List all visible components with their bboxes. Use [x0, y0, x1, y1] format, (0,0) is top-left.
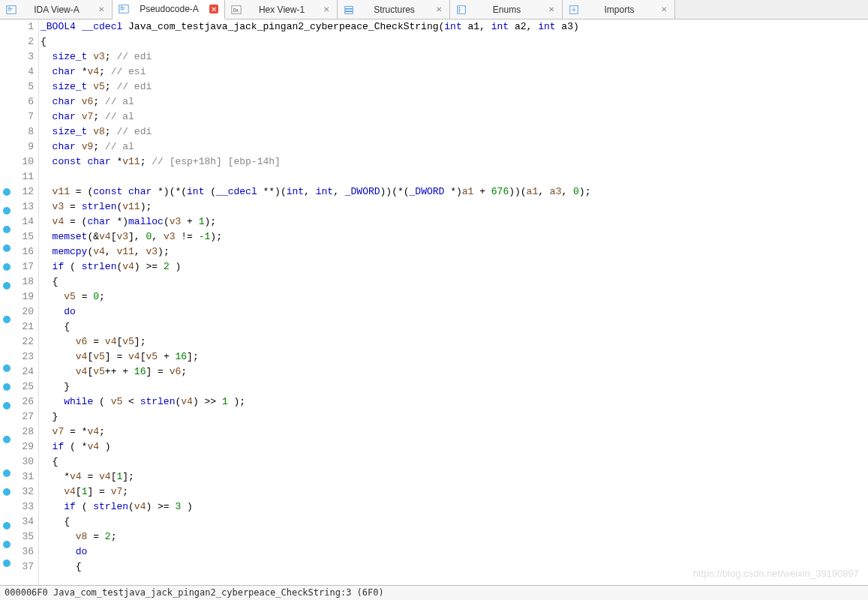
breakpoint-slot[interactable] [0, 207, 14, 222]
breakpoint-slot[interactable] [0, 20, 14, 34]
breakpoint-dot-icon[interactable] [3, 364, 11, 372]
close-icon[interactable]: ✕ [97, 5, 106, 14]
code-line[interactable]: { [41, 34, 868, 50]
tab-enums[interactable]: Enums✕ [450, 0, 563, 19]
close-icon[interactable]: ✕ [547, 5, 556, 14]
breakpoint-slot[interactable] [0, 188, 14, 203]
breakpoint-slot[interactable] [0, 488, 14, 503]
breakpoint-slot[interactable] [0, 436, 14, 451]
breakpoint-slot[interactable] [0, 522, 14, 537]
code-line[interactable]: v5 = 0; [41, 290, 868, 304]
breakpoint-dot-icon[interactable] [3, 522, 11, 530]
code-line[interactable]: v7 = *v4; [41, 424, 868, 440]
breakpoint-dot-icon[interactable] [3, 316, 11, 323]
code-line[interactable] [41, 170, 868, 184]
code-editor[interactable]: 1234567891011121314151617181920212223242… [0, 20, 868, 585]
breakpoint-slot[interactable] [0, 402, 14, 417]
code-line[interactable]: size_t v8; // edi [41, 124, 868, 140]
breakpoint-dot-icon[interactable] [3, 188, 11, 196]
breakpoint-slot[interactable] [0, 282, 14, 297]
breakpoint-dot-icon[interactable] [3, 541, 11, 548]
code-line[interactable]: size_t v3; // edi [41, 50, 868, 64]
code-line[interactable]: memcpy(v4, v11, v3); [41, 244, 868, 260]
code-line[interactable]: v3 = strlen(v11); [41, 200, 868, 214]
breakpoint-dot-icon[interactable] [3, 402, 11, 410]
breakpoint-slot[interactable] [0, 541, 14, 556]
code-line[interactable]: v11 = (const char *)(*(int (__cdecl **)(… [41, 184, 868, 200]
breakpoint-slot[interactable] [0, 331, 14, 346]
breakpoint-dot-icon[interactable] [3, 560, 11, 567]
breakpoint-slot[interactable] [0, 124, 14, 140]
code-line[interactable]: _BOOL4 __cdecl Java_com_testjava_jack_pi… [41, 20, 868, 34]
breakpoint-slot[interactable] [0, 140, 14, 154]
breakpoint-slot[interactable] [0, 574, 14, 585]
close-icon[interactable]: ✕ [659, 5, 668, 14]
code-line[interactable]: v8 = 2; [41, 530, 868, 544]
code-line[interactable]: if ( strlen(v4) >= 2 ) [41, 260, 868, 274]
code-line[interactable]: do [41, 304, 868, 320]
code-line[interactable]: { [41, 320, 868, 334]
breakpoint-dot-icon[interactable] [3, 488, 11, 496]
code-line[interactable]: *v4 = v4[1]; [41, 470, 868, 484]
breakpoint-column[interactable] [0, 20, 14, 585]
code-line[interactable]: char v9; // al [41, 140, 868, 154]
breakpoint-slot[interactable] [0, 110, 14, 124]
breakpoint-slot[interactable] [0, 154, 14, 170]
breakpoint-slot[interactable] [0, 346, 14, 361]
code-line[interactable]: { [41, 274, 868, 290]
code-line[interactable]: { [41, 514, 868, 530]
breakpoint-dot-icon[interactable] [3, 226, 11, 233]
code-line[interactable]: { [41, 454, 868, 470]
code-line[interactable]: v4[1] = v7; [41, 484, 868, 500]
code-line[interactable]: size_t v5; // edi [41, 80, 868, 94]
code-line[interactable]: do [41, 544, 868, 560]
breakpoint-dot-icon[interactable] [3, 244, 11, 252]
code-line[interactable]: char *v4; // esi [41, 64, 868, 80]
breakpoint-slot[interactable] [0, 94, 14, 110]
breakpoint-slot[interactable] [0, 244, 14, 260]
breakpoint-dot-icon[interactable] [3, 383, 11, 391]
code-line[interactable]: if ( strlen(v4) >= 3 ) [41, 500, 868, 514]
breakpoint-slot[interactable] [0, 383, 14, 398]
code-area[interactable]: _BOOL4 __cdecl Java_com_testjava_jack_pi… [39, 20, 868, 585]
code-line[interactable]: } [41, 380, 868, 394]
code-line[interactable]: { [41, 560, 868, 574]
code-line[interactable]: v4[v5++ + 16] = v6; [41, 364, 868, 380]
breakpoint-dot-icon[interactable] [3, 470, 11, 477]
breakpoint-slot[interactable] [0, 263, 14, 278]
code-line[interactable]: v4 = (char *)malloc(v3 + 1); [41, 214, 868, 230]
breakpoint-slot[interactable] [0, 560, 14, 574]
tab-pseudocode-a[interactable]: Pseudocode-A✕ [113, 0, 225, 20]
code-line[interactable]: } [41, 410, 868, 424]
code-line[interactable]: v6 = v4[v5]; [41, 334, 868, 350]
breakpoint-slot[interactable] [0, 451, 14, 466]
tab-ida-view-a[interactable]: IDA View-A✕ [0, 0, 113, 19]
breakpoint-dot-icon[interactable] [3, 207, 11, 214]
code-line[interactable]: while ( v5 < strlen(v4) >> 1 ); [41, 394, 868, 410]
breakpoint-slot[interactable] [0, 316, 14, 331]
breakpoint-dot-icon[interactable] [3, 436, 11, 443]
code-line[interactable]: if ( *v4 ) [41, 440, 868, 454]
code-line[interactable]: char v7; // al [41, 110, 868, 124]
breakpoint-slot[interactable] [0, 64, 14, 80]
tab-structures[interactable]: Structures✕ [338, 0, 450, 19]
breakpoint-slot[interactable] [0, 170, 14, 184]
breakpoint-dot-icon[interactable] [3, 263, 11, 271]
breakpoint-slot[interactable] [0, 34, 14, 50]
breakpoint-slot[interactable] [0, 503, 14, 518]
breakpoint-slot[interactable] [0, 364, 14, 380]
close-icon[interactable]: ✕ [322, 5, 331, 14]
tab-imports[interactable]: Imports✕ [563, 0, 675, 19]
code-line[interactable]: char v6; // al [41, 94, 868, 110]
breakpoint-slot[interactable] [0, 470, 14, 484]
code-line[interactable]: const char *v11; // [esp+18h] [ebp-14h] [41, 154, 868, 170]
breakpoint-slot[interactable] [0, 297, 14, 312]
breakpoint-slot[interactable] [0, 80, 14, 94]
breakpoint-slot[interactable] [0, 226, 14, 241]
tab-hex-view-1[interactable]: 0xHex View-1✕ [225, 0, 338, 19]
breakpoint-slot[interactable] [0, 417, 14, 432]
close-icon[interactable]: ✕ [209, 4, 218, 14]
code-line[interactable]: v4[v5] = v4[v5 + 16]; [41, 350, 868, 364]
breakpoint-slot[interactable] [0, 50, 14, 64]
code-line[interactable]: memset(&v4[v3], 0, v3 != -1); [41, 230, 868, 244]
